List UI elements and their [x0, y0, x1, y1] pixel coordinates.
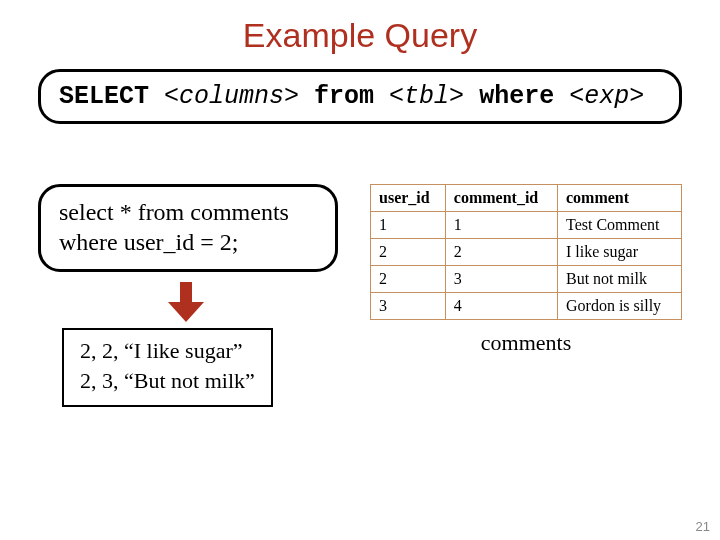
query-line-2: where user_id = 2;: [59, 227, 317, 257]
query-result-box: 2, 2, “I like sugar” 2, 3, “But not milk…: [62, 328, 273, 407]
col-comment-id: comment_id: [445, 185, 557, 212]
table-caption: comments: [370, 330, 682, 356]
syntax-from: from: [314, 82, 374, 111]
query-line-1: select * from comments: [59, 197, 317, 227]
col-comment: comment: [558, 185, 682, 212]
syntax-exp: <exp>: [569, 82, 644, 111]
svg-marker-1: [168, 302, 204, 322]
syntax-select: SELECT: [59, 82, 149, 111]
table-row: 2 3 But not milk: [371, 266, 682, 293]
comments-table: user_id comment_id comment 1 1 Test Comm…: [370, 184, 682, 320]
page-number: 21: [696, 519, 710, 534]
syntax-columns: <columns>: [164, 82, 299, 111]
table-row: 2 2 I like sugar: [371, 239, 682, 266]
syntax-tbl: <tbl>: [389, 82, 464, 111]
slide-title: Example Query: [38, 16, 682, 55]
comments-table-wrap: user_id comment_id comment 1 1 Test Comm…: [370, 184, 682, 356]
result-line-2: 2, 3, “But not milk”: [80, 366, 255, 396]
table-header-row: user_id comment_id comment: [371, 185, 682, 212]
result-line-1: 2, 2, “I like sugar”: [80, 336, 255, 366]
syntax-where: where: [479, 82, 554, 111]
down-arrow-icon: [168, 282, 338, 322]
col-user-id: user_id: [371, 185, 446, 212]
table-row: 3 4 Gordon is silly: [371, 293, 682, 320]
example-query-box: select * from comments where user_id = 2…: [38, 184, 338, 272]
svg-rect-0: [180, 282, 192, 304]
table-row: 1 1 Test Comment: [371, 212, 682, 239]
syntax-template-box: SELECT <columns> from <tbl> where <exp>: [38, 69, 682, 124]
